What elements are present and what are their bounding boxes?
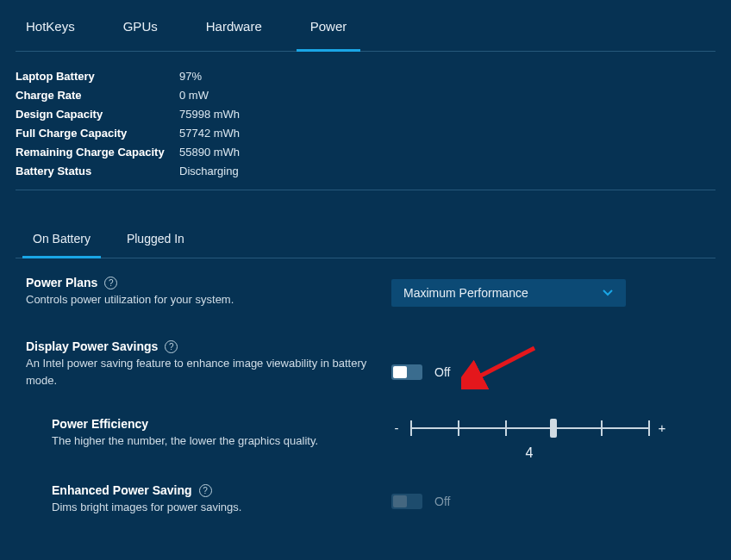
enhanced-power-saving-title-text: Enhanced Power Saving	[52, 483, 192, 497]
enhanced-power-saving-toggle	[391, 494, 422, 509]
info-row-remaining-charge-capacity: Remaining Charge Capacity 55890 mWh	[16, 143, 715, 162]
display-power-savings-toggle[interactable]	[391, 364, 422, 380]
info-row-charge-rate: Charge Rate 0 mW	[16, 86, 715, 105]
info-value: 57742 mWh	[179, 124, 240, 143]
tab-gpus[interactable]: GPUs	[123, 19, 158, 51]
info-row-laptop-battery: Laptop Battery 97%	[16, 67, 715, 86]
power-efficiency-desc: The higher the number, the lower the gra…	[52, 432, 371, 450]
info-label: Charge Rate	[16, 86, 179, 105]
power-efficiency-slider[interactable]: - + 4	[391, 420, 667, 461]
display-power-savings-state: Off	[434, 365, 450, 379]
tab-hotkeys[interactable]: HotKeys	[26, 19, 75, 51]
info-row-design-capacity: Design Capacity 75998 mWh	[16, 105, 715, 124]
info-label: Remaining Charge Capacity	[16, 143, 179, 162]
slider-plus[interactable]: +	[657, 420, 667, 435]
info-row-full-charge-capacity: Full Charge Capacity 57742 mWh	[16, 124, 715, 143]
power-efficiency-value: 4	[526, 445, 534, 461]
help-icon[interactable]: ?	[199, 484, 212, 497]
info-value: 55890 mWh	[179, 143, 240, 162]
power-efficiency-title-text: Power Efficiency	[52, 417, 148, 431]
display-power-savings-section: Display Power Savings ? An Intel power s…	[16, 312, 715, 393]
power-plans-section: Power Plans ? Controls power utilization…	[16, 258, 715, 312]
enhanced-power-saving-desc: Dims bright images for power savings.	[52, 499, 371, 516]
subtab-plugged-in[interactable]: Plugged In	[127, 232, 184, 258]
slider-thumb[interactable]	[550, 419, 557, 438]
info-value: Discharging	[179, 162, 239, 181]
slider-track[interactable]	[410, 427, 648, 429]
main-tabs: HotKeys GPUs Hardware Power	[16, 0, 715, 52]
help-icon[interactable]: ?	[104, 277, 117, 289]
info-label: Laptop Battery	[16, 67, 179, 86]
info-value: 75998 mWh	[179, 105, 240, 124]
tab-power[interactable]: Power	[310, 19, 347, 51]
battery-info-block: Laptop Battery 97% Charge Rate 0 mW Desi…	[16, 52, 715, 190]
display-power-savings-title: Display Power Savings ?	[26, 339, 371, 353]
enhanced-power-saving-section: Enhanced Power Saving ? Dims bright imag…	[16, 464, 715, 520]
info-value: 0 mW	[179, 86, 209, 105]
power-plans-title-text: Power Plans	[26, 276, 97, 289]
power-efficiency-title: Power Efficiency	[52, 417, 371, 431]
display-power-savings-desc: An Intel power saving feature to enhance…	[26, 355, 371, 389]
power-plans-title: Power Plans ?	[26, 276, 371, 289]
slider-minus[interactable]: -	[391, 420, 402, 435]
display-power-savings-title-text: Display Power Savings	[26, 339, 158, 353]
info-label: Battery Status	[16, 162, 179, 181]
power-plans-desc: Controls power utilization for your syst…	[26, 291, 371, 308]
power-efficiency-section: Power Efficiency The higher the number, …	[16, 393, 715, 464]
power-plans-selected: Maximum Performance	[403, 286, 528, 300]
power-plans-dropdown[interactable]: Maximum Performance	[391, 279, 626, 307]
enhanced-power-saving-title: Enhanced Power Saving ?	[52, 483, 371, 497]
tab-hardware[interactable]: Hardware	[206, 19, 262, 51]
help-icon[interactable]: ?	[165, 340, 178, 353]
info-label: Full Charge Capacity	[16, 124, 179, 143]
subtab-on-battery[interactable]: On Battery	[33, 232, 91, 258]
power-subtabs: On Battery Plugged In	[16, 218, 715, 258]
info-row-battery-status: Battery Status Discharging	[16, 162, 715, 181]
info-value: 97%	[179, 67, 202, 86]
info-label: Design Capacity	[16, 105, 179, 124]
enhanced-power-saving-state: Off	[434, 495, 450, 508]
chevron-down-icon	[602, 287, 614, 299]
